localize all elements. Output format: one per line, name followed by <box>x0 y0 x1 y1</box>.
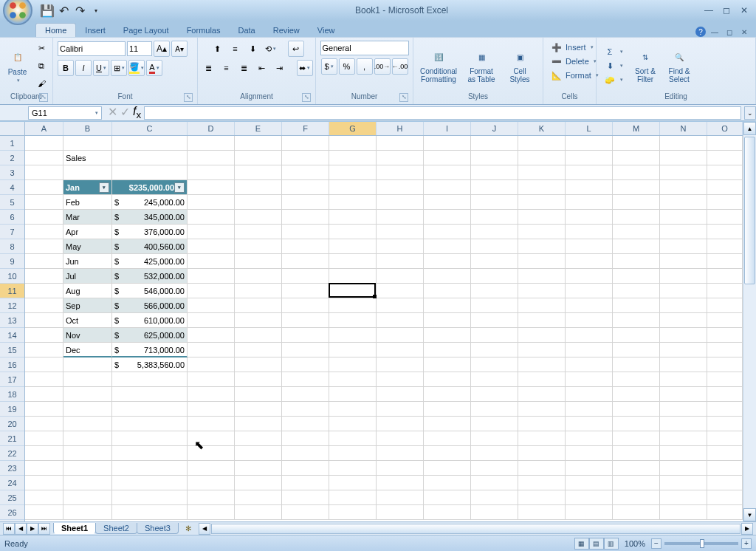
font-family-combo[interactable] <box>58 41 126 56</box>
close-button[interactable]: ✕ <box>737 4 752 16</box>
cell-J20[interactable] <box>471 417 518 431</box>
cell-K1[interactable] <box>518 136 566 151</box>
cell-I16[interactable] <box>424 357 471 372</box>
cell-E16[interactable] <box>235 357 282 372</box>
column-header-A[interactable]: A <box>25 122 63 135</box>
cell-N5[interactable] <box>660 195 707 210</box>
undo-icon[interactable]: ↶ <box>58 4 69 16</box>
cell-D16[interactable] <box>188 357 235 372</box>
cell-D26[interactable] <box>188 505 235 520</box>
merge-center-button[interactable]: ⬌▾ <box>297 60 313 76</box>
cell-I19[interactable] <box>424 402 471 417</box>
column-header-J[interactable]: J <box>471 122 518 135</box>
column-header-H[interactable]: H <box>377 122 424 135</box>
cell-K5[interactable] <box>518 195 566 210</box>
cell-N7[interactable] <box>660 225 707 239</box>
vscroll-thumb[interactable] <box>744 137 755 284</box>
cell-L21[interactable] <box>566 431 613 446</box>
cell-L5[interactable] <box>566 195 613 210</box>
cell-I9[interactable] <box>424 254 471 269</box>
cell-C23[interactable] <box>112 461 188 476</box>
cell-D3[interactable] <box>188 165 235 180</box>
cell-E20[interactable] <box>235 417 282 431</box>
cell-K22[interactable] <box>518 446 566 461</box>
cell-E24[interactable] <box>235 476 282 490</box>
cell-G11[interactable] <box>329 284 377 298</box>
cell-H25[interactable] <box>377 490 424 505</box>
cell-B24[interactable] <box>63 476 112 490</box>
tab-home[interactable]: Home <box>35 23 76 37</box>
cell-C13[interactable]: $610,000.00 <box>112 313 188 328</box>
row-header-11[interactable]: 11 <box>0 284 24 298</box>
number-launcher[interactable]: ⤡ <box>399 93 408 102</box>
row-header-7[interactable]: 7 <box>0 225 24 239</box>
cell-D4[interactable] <box>188 180 235 195</box>
column-header-N[interactable]: N <box>660 122 707 135</box>
cell-L8[interactable] <box>566 239 613 254</box>
top-align-button[interactable]: ⬆ <box>210 41 226 57</box>
delete-cells-button[interactable]: ➖Delete▾ <box>548 55 599 68</box>
cell-G12[interactable] <box>329 298 377 313</box>
cell-C20[interactable] <box>112 417 188 431</box>
cell-H4[interactable] <box>377 180 424 195</box>
font-color-button[interactable]: A▾ <box>146 60 162 76</box>
cut-icon[interactable]: ✂ <box>33 40 49 56</box>
font-size-combo[interactable] <box>127 41 152 56</box>
cell-A17[interactable] <box>25 372 63 387</box>
column-header-D[interactable]: D <box>188 122 235 135</box>
cell-N8[interactable] <box>660 239 707 254</box>
cell-G14[interactable] <box>329 328 377 343</box>
cell-M19[interactable] <box>613 402 660 417</box>
cell-G16[interactable] <box>329 357 377 372</box>
cell-E18[interactable] <box>235 387 282 402</box>
align-right-button[interactable]: ≣ <box>236 60 252 76</box>
cell-I10[interactable] <box>424 269 471 284</box>
cell-J5[interactable] <box>471 195 518 210</box>
row-header-19[interactable]: 19 <box>0 402 24 417</box>
row-header-12[interactable]: 12 <box>0 298 24 313</box>
cell-D17[interactable] <box>188 372 235 387</box>
format-as-table-button[interactable]: ▦ Format as Table <box>462 47 501 85</box>
tab-formulas[interactable]: Formulas <box>178 24 230 37</box>
cancel-formula-icon[interactable]: ✕ <box>108 105 117 120</box>
fill-color-button[interactable]: 🪣▾ <box>128 60 145 76</box>
cell-O11[interactable] <box>707 284 743 298</box>
cell-K14[interactable] <box>518 328 566 343</box>
cell-C24[interactable] <box>112 476 188 490</box>
cell-F26[interactable] <box>282 505 329 520</box>
cell-I12[interactable] <box>424 298 471 313</box>
cell-A7[interactable] <box>25 225 63 239</box>
cell-I4[interactable] <box>424 180 471 195</box>
cell-C6[interactable]: $345,000.00 <box>112 210 188 225</box>
cell-O4[interactable] <box>707 180 743 195</box>
cell-M8[interactable] <box>613 239 660 254</box>
cell-F16[interactable] <box>282 357 329 372</box>
cell-J15[interactable] <box>471 343 518 357</box>
cell-E13[interactable] <box>235 313 282 328</box>
cell-J1[interactable] <box>471 136 518 151</box>
cell-O26[interactable] <box>707 505 743 520</box>
cell-G13[interactable] <box>329 313 377 328</box>
cell-N6[interactable] <box>660 210 707 225</box>
row-header-20[interactable]: 20 <box>0 417 24 431</box>
column-header-O[interactable]: O <box>707 122 743 135</box>
tab-view[interactable]: View <box>309 24 344 37</box>
cell-O2[interactable] <box>707 151 743 165</box>
cell-C10[interactable]: $532,000.00 <box>112 269 188 284</box>
cell-F3[interactable] <box>282 165 329 180</box>
last-sheet-button[interactable]: ⏭ <box>38 523 50 535</box>
cell-styles-button[interactable]: ▣ Cell Styles <box>502 47 537 85</box>
cell-I2[interactable] <box>424 151 471 165</box>
cell-H17[interactable] <box>377 372 424 387</box>
cell-B8[interactable]: May <box>63 239 112 254</box>
cell-G19[interactable] <box>329 402 377 417</box>
cell-J25[interactable] <box>471 490 518 505</box>
cell-G25[interactable] <box>329 490 377 505</box>
cell-J3[interactable] <box>471 165 518 180</box>
cell-A6[interactable] <box>25 210 63 225</box>
cell-K18[interactable] <box>518 387 566 402</box>
cell-K11[interactable] <box>518 284 566 298</box>
normal-view-button[interactable]: ▦ <box>574 538 589 550</box>
row-header-2[interactable]: 2 <box>0 151 24 165</box>
cell-F1[interactable] <box>282 136 329 151</box>
